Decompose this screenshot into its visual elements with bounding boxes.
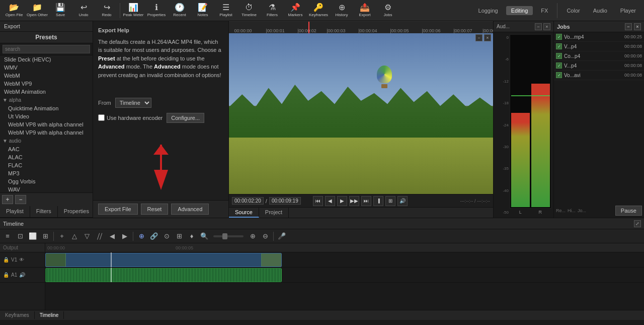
filters-btn[interactable]: ⚗ Filters (261, 1, 283, 20)
open-file-btn[interactable]: 📂 Open File (3, 1, 25, 20)
configure-btn[interactable]: Configure... (167, 113, 204, 123)
next-frame-btn[interactable]: ▶▶ (349, 196, 359, 206)
a1-mute-icon[interactable]: 🔊 (19, 272, 25, 278)
export-file-btn[interactable]: Export File (98, 204, 138, 215)
audio-close-btn[interactable]: × (543, 23, 550, 30)
tl-zoom-fit-btn[interactable]: 🔍 (199, 231, 210, 242)
timeline-expand-btn[interactable]: ⤢ (634, 220, 641, 227)
remove-preset-btn[interactable]: − (15, 195, 26, 204)
markers-btn[interactable]: 📌 Markers (284, 1, 306, 20)
job-item-1[interactable]: ✓ Vo...mp4 00:00:25 (554, 32, 644, 42)
peak-meter-btn[interactable]: 📊 Peak Meter (122, 1, 144, 20)
keyframes-btn[interactable]: 🔑 Keyframes (307, 1, 330, 20)
preset-wmv[interactable]: WMV (0, 63, 93, 72)
tl-arrow-left-btn[interactable]: ◀ (107, 231, 118, 242)
from-select[interactable]: Timeline Clip Source (115, 98, 151, 108)
jobs-btn[interactable]: ⚙ Jobs (377, 1, 399, 20)
jobs-close-btn[interactable]: × (634, 23, 641, 30)
preset-webm[interactable]: WebM (0, 72, 93, 80)
video-min-btn[interactable]: − (475, 34, 482, 41)
source-tab[interactable]: Source (229, 208, 259, 218)
project-tab[interactable]: Project (259, 208, 289, 218)
preset-wav[interactable]: WAV (0, 185, 93, 192)
sub-tab-filters[interactable]: Filters (30, 206, 58, 217)
preset-slide-deck[interactable]: Slide Deck (HEVC) (0, 55, 93, 63)
redo-btn[interactable]: ↪ Redo (96, 1, 118, 20)
preset-ut-video[interactable]: Ut Video (0, 112, 93, 120)
tab-fx[interactable]: FX (536, 6, 553, 15)
tl-zoom-slider[interactable] (213, 235, 244, 237)
playlist-btn[interactable]: ☰ Playlist (215, 1, 237, 20)
tab-audio[interactable]: Audio (588, 6, 612, 15)
undo-btn[interactable]: ↩ Undo (72, 1, 95, 20)
preset-webm-vp8-alpha[interactable]: WebM VP8 with alpha channel (0, 120, 93, 128)
tl-lift-btn[interactable]: △ (69, 231, 80, 242)
v1-clip[interactable] (45, 253, 282, 267)
tl-marker-btn[interactable]: ♦ (186, 231, 197, 242)
tl-mic-btn[interactable]: 🎤 (276, 231, 287, 242)
save-btn[interactable]: 💾 Save (49, 1, 71, 20)
job-item-5[interactable]: ✓ Vo...avi 00:00:08 (554, 71, 644, 80)
hardware-checkbox-label[interactable]: Use hardware encoder (98, 114, 163, 121)
tab-logging[interactable]: Logging (473, 6, 503, 15)
preset-webm-animation[interactable]: WebM Animation (0, 88, 93, 96)
tl-zoom-thumb[interactable] (222, 233, 227, 239)
preset-aac[interactable]: AAC (0, 145, 93, 153)
preset-alac[interactable]: ALAC (0, 153, 93, 161)
tl-grid-btn[interactable]: ⊞ (174, 231, 185, 242)
add-preset-btn[interactable]: + (2, 195, 13, 204)
bottom-tab-timeline[interactable]: Timeline (35, 311, 64, 319)
tl-clip-btn[interactable]: ⬜ (27, 231, 38, 242)
mute-icon[interactable]: 👁 (19, 257, 24, 263)
tab-player[interactable]: Player (615, 6, 641, 15)
recent-btn[interactable]: 🕐 Recent (169, 1, 191, 20)
tl-arrow-right-btn[interactable]: ▶ (119, 231, 130, 242)
volume-btn[interactable]: 🔊 (397, 196, 408, 206)
properties-btn[interactable]: ℹ Properties (145, 1, 168, 20)
prev-frame-btn[interactable]: ◀ (325, 196, 335, 206)
history-btn[interactable]: ⊕ History (331, 1, 353, 20)
skip-end-btn[interactable]: ⏭ (361, 196, 371, 206)
tl-snap-btn[interactable]: ⊕ (136, 231, 147, 242)
tl-link-btn[interactable]: 🔗 (148, 231, 159, 242)
tab-color[interactable]: Color (561, 6, 585, 15)
preset-webm-vp9[interactable]: WebM VP9 (0, 80, 93, 88)
pause-btn[interactable]: Pause (615, 206, 642, 216)
notes-btn[interactable]: 📝 Notes (192, 1, 214, 20)
skip-start-btn[interactable]: ⏮ (313, 196, 323, 206)
preset-qt-animation[interactable]: Quicktime Animation (0, 104, 93, 112)
tab-editing[interactable]: Editing (506, 6, 533, 15)
bottom-tab-keyframes[interactable]: Keyframes (0, 311, 35, 319)
job-item-3[interactable]: ✓ Co...p4 00:00:08 (554, 51, 644, 61)
tl-add-track-btn[interactable]: + (56, 231, 67, 242)
tl-split-btn[interactable]: ⧸⧸ (94, 231, 105, 242)
a1-clip[interactable] (45, 268, 282, 282)
sub-tab-playlist[interactable]: Playlist (0, 206, 30, 217)
tl-ripple2-btn[interactable]: ⊙ (161, 231, 172, 242)
group-alpha[interactable]: ▼ alpha (0, 96, 93, 104)
in-point-btn[interactable]: ▐ (373, 196, 383, 206)
job-item-2[interactable]: ✓ V...p4 00:00:08 (554, 42, 644, 51)
tl-zoom-in-btn[interactable]: ⊕ (247, 231, 258, 242)
jobs-min-btn[interactable]: − (625, 23, 632, 30)
audio-min-btn[interactable]: − (535, 23, 542, 30)
tl-ripple-btn[interactable]: ⊡ (15, 231, 26, 242)
grid-btn[interactable]: ⊞ (385, 196, 395, 206)
preset-flac[interactable]: FLAC (0, 161, 93, 169)
search-input[interactable] (3, 45, 90, 53)
play-btn[interactable]: ▶ (337, 196, 347, 206)
reset-btn[interactable]: Reset (141, 204, 169, 215)
timeline-btn[interactable]: ⏱ Timeline (238, 1, 260, 20)
sub-tab-properties[interactable]: Properties (58, 206, 96, 217)
preset-ogg[interactable]: Ogg Vorbis (0, 177, 93, 185)
tl-menu-btn[interactable]: ≡ (2, 231, 13, 242)
export-btn[interactable]: 📤 Export (354, 1, 376, 20)
preset-mp3[interactable]: MP3 (0, 169, 93, 177)
hardware-checkbox[interactable] (98, 114, 105, 121)
tl-zoom-out-btn[interactable]: ⊖ (260, 231, 271, 242)
job-item-4[interactable]: ✓ V...p4 00:00:08 (554, 61, 644, 71)
advanced-btn[interactable]: Advanced (171, 204, 209, 215)
video-close-btn[interactable]: × (484, 34, 491, 41)
group-audio[interactable]: ▼ audio (0, 137, 93, 145)
tl-track-btn[interactable]: ⊞ (40, 231, 51, 242)
